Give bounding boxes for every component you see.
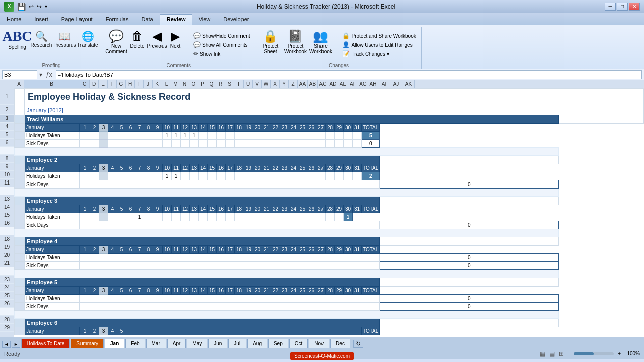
show-all-comments-button[interactable]: 💬 Show All Comments [191,40,252,49]
zoom-in-btn[interactable]: + [618,351,621,356]
col-header-af[interactable]: AF [348,80,358,88]
new-comment-button[interactable]: 💬 New Comment [105,28,127,55]
expand-formula-icon[interactable]: ▾ [39,71,42,78]
view-layout-btn[interactable]: ▤ [549,350,555,357]
row-num-10[interactable]: 10 [0,171,14,179]
col-header-i[interactable]: I [135,80,144,88]
cell-b2[interactable]: January [2012] [25,105,644,115]
row-num-18[interactable]: 18 [0,235,14,243]
row-num-7[interactable] [0,147,14,155]
delete-comment-button[interactable]: 🗑 Delete [128,28,146,55]
row-num-23[interactable]: 23 [0,276,14,284]
col-header-ac[interactable]: AC [318,80,328,88]
col-header-ab[interactable]: AB [308,80,318,88]
row-num-26[interactable]: 26 [0,300,14,308]
tab-page-layout[interactable]: Page Layout [55,14,99,25]
col-header-x[interactable]: X [271,80,280,88]
col-header-ag[interactable]: AG [358,80,368,88]
restore-btn[interactable]: □ [617,3,628,11]
sheet-tab-jul[interactable]: Jul [228,339,246,348]
row-num-16[interactable]: 16 [0,219,14,227]
row-num-11[interactable]: 11 [0,179,14,187]
col-header-f[interactable]: F [108,80,117,88]
show-hide-comment-button[interactable]: 💬 Show/Hide Comment [191,31,252,40]
sheet-tab-jan[interactable]: Jan [105,339,124,348]
row-num-17[interactable] [0,227,14,235]
row-num-15[interactable]: 15 [0,211,14,219]
row-num-28[interactable]: 28 [0,316,14,324]
col-header-d[interactable]: D [90,80,99,88]
row-num-3[interactable]: 3 [0,115,14,123]
show-ink-button[interactable]: ✏ Show Ink [191,49,252,58]
cell-b1[interactable]: Employee Holiday & Sickness Record [25,89,644,105]
sheet-tab-summary[interactable]: Summary [71,339,104,348]
tab-developer[interactable]: Developer [217,14,255,25]
protect-share-button[interactable]: 🔒 Protect and Share Workbook [340,31,418,40]
col-header-v[interactable]: V [253,80,262,88]
col-header-n[interactable]: N [180,80,189,88]
add-sheet-btn[interactable]: ↻ [353,340,363,348]
thesaurus-button[interactable]: 📖 Thesaurus [53,30,75,49]
tab-home[interactable]: Home [0,14,28,25]
formula-input[interactable] [56,70,642,79]
col-header-m[interactable]: M [171,80,180,88]
translate-button[interactable]: 🌐 Translate [77,30,98,49]
row-num-13[interactable]: 13 [0,195,14,203]
sheet-tab-oct[interactable]: Oct [289,339,308,348]
col-header-ad[interactable]: AD [328,80,338,88]
row-num-20[interactable]: 20 [0,251,14,259]
zoom-out-btn[interactable]: - [568,351,570,356]
row-num-12[interactable] [0,187,14,195]
row-num-1[interactable]: 1 [0,88,14,105]
sheet-tab-nov[interactable]: Nov [309,339,329,348]
col-header-w[interactable]: W [262,80,271,88]
col-header-y[interactable]: Y [280,80,289,88]
row-num-19[interactable]: 19 [0,243,14,251]
col-header-p[interactable]: P [198,80,207,88]
previous-comment-button[interactable]: ◀ Previous [147,28,167,55]
share-workbook-button[interactable]: 👥 Share Workbook [309,28,332,55]
protect-sheet-button[interactable]: 🔒 Protect Sheet [259,28,281,55]
col-header-o[interactable]: O [189,80,198,88]
allow-users-button[interactable]: 👤 Allow Users to Edit Ranges [340,40,418,49]
sheet-tab-apr[interactable]: Apr [167,339,186,348]
minimize-btn[interactable]: ─ [605,3,616,11]
col-header-l[interactable]: L [162,80,171,88]
col-header-t[interactable]: T [234,80,244,88]
row-num-8[interactable]: 8 [0,155,14,163]
col-header-ak[interactable]: AK [403,80,415,88]
track-changes-button[interactable]: 📝 Track Changes ▾ [340,49,418,58]
row-num-29[interactable]: 29 [0,324,14,332]
col-header-g[interactable]: G [117,80,126,88]
row-num-25[interactable]: 25 [0,292,14,300]
close-btn[interactable]: ✕ [629,3,640,11]
redo-btn[interactable]: ↪ [37,3,42,10]
sheet-nav-left[interactable]: ◄ [2,341,11,348]
cell-b3[interactable]: Traci Williams [25,115,99,124]
row-num-22[interactable] [0,267,14,276]
view-page-break-btn[interactable]: ⊞ [559,350,564,357]
col-header-e[interactable]: E [99,80,108,88]
row-num-27[interactable] [0,308,14,316]
col-header-j[interactable]: J [144,80,153,88]
col-header-aa[interactable]: AA [298,80,308,88]
col-header-ae[interactable]: AE [338,80,348,88]
col-header-ah[interactable]: AH [368,80,378,88]
col-header-ai[interactable]: AI [378,80,390,88]
next-comment-button[interactable]: ▶ Next [168,28,183,55]
cell-reference-input[interactable]: B3 [2,70,37,79]
sheet-tab-dec[interactable]: Dec [330,339,350,348]
cell-a1[interactable] [15,89,25,105]
sheet-tab-feb[interactable]: Feb [125,339,145,348]
row-num-6[interactable]: 6 [0,139,14,147]
col-header-z[interactable]: Z [289,80,298,88]
undo-btn[interactable]: ↩ [29,3,34,10]
col-header-b[interactable]: B [24,80,79,88]
col-header-k[interactable]: K [153,80,162,88]
tab-review[interactable]: Review [160,14,192,25]
col-header-r[interactable]: R [216,80,225,88]
spelling-button[interactable]: ABC Spelling [5,28,29,51]
tab-data[interactable]: Data [135,14,159,25]
research-button[interactable]: 🔍 Research [31,30,51,49]
sheet-tab-jun[interactable]: Jun [208,339,227,348]
